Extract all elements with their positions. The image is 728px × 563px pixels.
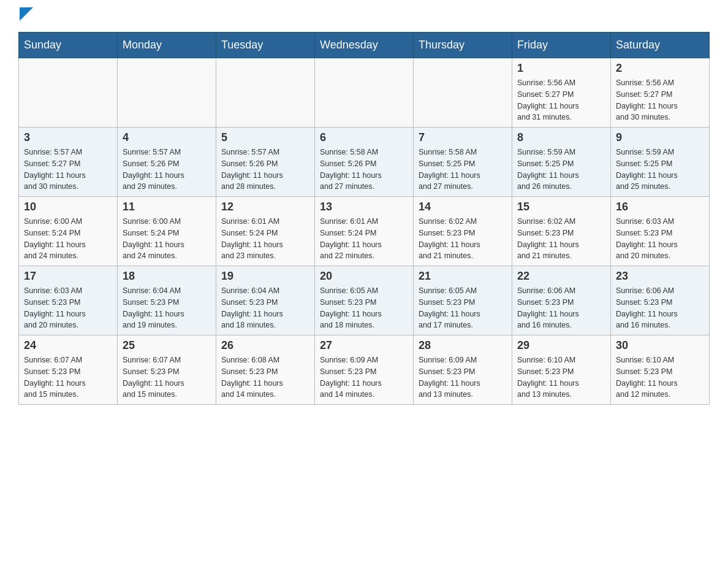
calendar-day-cell: 5Sunrise: 5:57 AMSunset: 5:26 PMDaylight… [216,128,315,197]
day-number: 1 [517,62,605,75]
calendar-week-row: 10Sunrise: 6:00 AMSunset: 5:24 PMDayligh… [19,197,710,266]
day-info: Sunrise: 6:05 AMSunset: 5:23 PMDaylight:… [320,285,408,331]
day-info: Sunrise: 5:59 AMSunset: 5:25 PMDaylight:… [616,147,704,193]
calendar-day-cell: 3Sunrise: 5:57 AMSunset: 5:27 PMDaylight… [19,128,118,197]
day-info: Sunrise: 6:02 AMSunset: 5:23 PMDaylight:… [419,216,507,262]
day-number: 14 [419,201,507,213]
calendar-day-cell [315,58,414,128]
calendar-day-cell: 29Sunrise: 6:10 AMSunset: 5:23 PMDayligh… [512,335,611,405]
day-info: Sunrise: 5:56 AMSunset: 5:27 PMDaylight:… [517,77,605,123]
day-number: 16 [616,201,704,213]
day-number: 28 [419,339,507,352]
day-number: 6 [320,131,408,144]
calendar-day-cell: 7Sunrise: 5:58 AMSunset: 5:25 PMDaylight… [414,128,512,197]
calendar-day-cell [118,58,216,128]
day-info: Sunrise: 6:03 AMSunset: 5:23 PMDaylight:… [616,216,704,262]
day-info: Sunrise: 6:01 AMSunset: 5:24 PMDaylight:… [320,216,408,262]
day-info: Sunrise: 6:09 AMSunset: 5:23 PMDaylight:… [320,354,408,400]
day-info: Sunrise: 6:07 AMSunset: 5:23 PMDaylight:… [24,354,112,400]
day-number: 11 [123,201,211,213]
day-info: Sunrise: 6:10 AMSunset: 5:23 PMDaylight:… [517,354,605,400]
day-info: Sunrise: 6:02 AMSunset: 5:23 PMDaylight:… [517,216,605,262]
day-info: Sunrise: 5:59 AMSunset: 5:25 PMDaylight:… [517,147,605,193]
calendar-day-cell: 21Sunrise: 6:05 AMSunset: 5:23 PMDayligh… [414,266,512,335]
calendar-header-row: SundayMondayTuesdayWednesdayThursdayFrid… [19,33,710,58]
day-number: 23 [616,270,704,283]
day-number: 24 [24,339,112,352]
calendar-day-cell: 15Sunrise: 6:02 AMSunset: 5:23 PMDayligh… [512,197,611,266]
day-number: 8 [517,131,605,144]
day-info: Sunrise: 6:06 AMSunset: 5:23 PMDaylight:… [517,285,605,331]
calendar-day-cell: 30Sunrise: 6:10 AMSunset: 5:23 PMDayligh… [611,335,710,405]
day-info: Sunrise: 6:04 AMSunset: 5:23 PMDaylight:… [221,285,309,331]
day-number: 29 [517,339,605,352]
day-number: 12 [221,201,309,213]
calendar-day-cell: 27Sunrise: 6:09 AMSunset: 5:23 PMDayligh… [315,335,414,405]
day-info: Sunrise: 5:57 AMSunset: 5:27 PMDaylight:… [24,147,112,193]
day-info: Sunrise: 6:08 AMSunset: 5:23 PMDaylight:… [221,354,309,400]
calendar-day-cell: 4Sunrise: 5:57 AMSunset: 5:26 PMDaylight… [118,128,216,197]
day-number: 13 [320,201,408,213]
day-of-week-header: Sunday [19,33,118,58]
calendar-day-cell: 20Sunrise: 6:05 AMSunset: 5:23 PMDayligh… [315,266,414,335]
logo-triangle-icon [20,7,33,21]
day-number: 5 [221,131,309,144]
calendar-day-cell: 6Sunrise: 5:58 AMSunset: 5:26 PMDaylight… [315,128,414,197]
day-info: Sunrise: 5:57 AMSunset: 5:26 PMDaylight:… [221,147,309,193]
day-info: Sunrise: 5:58 AMSunset: 5:26 PMDaylight:… [320,147,408,193]
day-info: Sunrise: 6:09 AMSunset: 5:23 PMDaylight:… [419,354,507,400]
day-of-week-header: Tuesday [216,33,315,58]
day-info: Sunrise: 6:00 AMSunset: 5:24 PMDaylight:… [24,216,112,262]
calendar-day-cell [414,58,512,128]
day-info: Sunrise: 5:56 AMSunset: 5:27 PMDaylight:… [616,77,704,123]
calendar-table: SundayMondayTuesdayWednesdayThursdayFrid… [18,32,710,405]
day-number: 30 [616,339,704,352]
calendar-day-cell: 2Sunrise: 5:56 AMSunset: 5:27 PMDaylight… [611,58,710,128]
calendar-day-cell: 28Sunrise: 6:09 AMSunset: 5:23 PMDayligh… [414,335,512,405]
calendar-week-row: 1Sunrise: 5:56 AMSunset: 5:27 PMDaylight… [19,58,710,128]
day-of-week-header: Wednesday [315,33,414,58]
calendar-day-cell: 18Sunrise: 6:04 AMSunset: 5:23 PMDayligh… [118,266,216,335]
calendar-day-cell: 26Sunrise: 6:08 AMSunset: 5:23 PMDayligh… [216,335,315,405]
svg-marker-0 [20,7,33,21]
day-info: Sunrise: 6:06 AMSunset: 5:23 PMDaylight:… [616,285,704,331]
day-info: Sunrise: 6:07 AMSunset: 5:23 PMDaylight:… [123,354,211,400]
calendar-day-cell [19,58,118,128]
calendar-day-cell: 19Sunrise: 6:04 AMSunset: 5:23 PMDayligh… [216,266,315,335]
day-info: Sunrise: 6:05 AMSunset: 5:23 PMDaylight:… [419,285,507,331]
day-number: 19 [221,270,309,283]
day-number: 22 [517,270,605,283]
calendar-day-cell: 10Sunrise: 6:00 AMSunset: 5:24 PMDayligh… [19,197,118,266]
calendar-day-cell: 25Sunrise: 6:07 AMSunset: 5:23 PMDayligh… [118,335,216,405]
calendar-week-row: 17Sunrise: 6:03 AMSunset: 5:23 PMDayligh… [19,266,710,335]
calendar-day-cell: 13Sunrise: 6:01 AMSunset: 5:24 PMDayligh… [315,197,414,266]
calendar-day-cell: 1Sunrise: 5:56 AMSunset: 5:27 PMDaylight… [512,58,611,128]
day-of-week-header: Thursday [414,33,512,58]
page-header [18,12,710,21]
day-number: 3 [24,131,112,144]
day-number: 7 [419,131,507,144]
day-info: Sunrise: 6:04 AMSunset: 5:23 PMDaylight:… [123,285,211,331]
day-number: 27 [320,339,408,352]
day-info: Sunrise: 5:58 AMSunset: 5:25 PMDaylight:… [419,147,507,193]
calendar-week-row: 3Sunrise: 5:57 AMSunset: 5:27 PMDaylight… [19,128,710,197]
day-number: 20 [320,270,408,283]
calendar-day-cell [216,58,315,128]
calendar-day-cell: 22Sunrise: 6:06 AMSunset: 5:23 PMDayligh… [512,266,611,335]
day-of-week-header: Friday [512,33,611,58]
day-of-week-header: Monday [118,33,216,58]
logo [18,12,33,21]
calendar-day-cell: 23Sunrise: 6:06 AMSunset: 5:23 PMDayligh… [611,266,710,335]
calendar-day-cell: 8Sunrise: 5:59 AMSunset: 5:25 PMDaylight… [512,128,611,197]
calendar-day-cell: 16Sunrise: 6:03 AMSunset: 5:23 PMDayligh… [611,197,710,266]
day-number: 18 [123,270,211,283]
calendar-day-cell: 12Sunrise: 6:01 AMSunset: 5:24 PMDayligh… [216,197,315,266]
day-of-week-header: Saturday [611,33,710,58]
day-info: Sunrise: 5:57 AMSunset: 5:26 PMDaylight:… [123,147,211,193]
calendar-day-cell: 11Sunrise: 6:00 AMSunset: 5:24 PMDayligh… [118,197,216,266]
day-number: 10 [24,201,112,213]
day-number: 21 [419,270,507,283]
day-info: Sunrise: 6:01 AMSunset: 5:24 PMDaylight:… [221,216,309,262]
day-number: 15 [517,201,605,213]
day-number: 2 [616,62,704,75]
